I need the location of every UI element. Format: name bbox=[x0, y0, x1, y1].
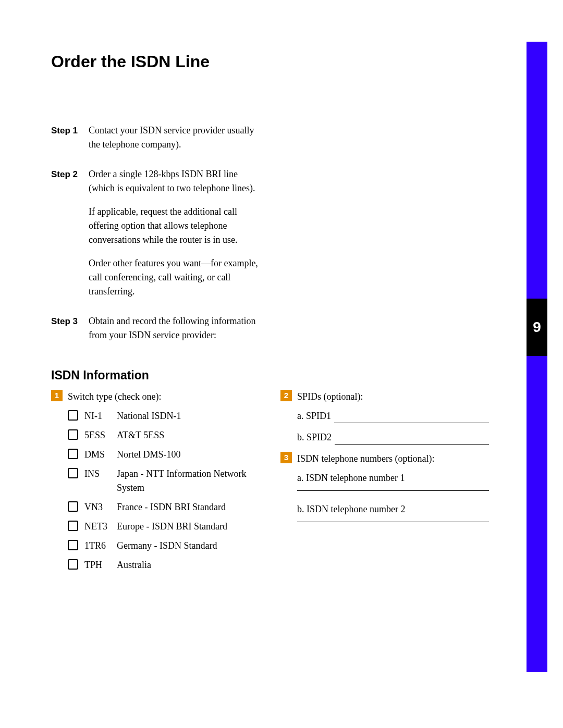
checkbox-icon[interactable] bbox=[68, 410, 78, 421]
badge-1: 1 bbox=[51, 390, 63, 401]
step-label: Step 2 bbox=[51, 167, 89, 308]
step-label: Step 1 bbox=[51, 124, 89, 161]
switch-type-block: 1 Switch type (check one): NI-1 National… bbox=[51, 390, 260, 577]
badge-3: 3 bbox=[280, 452, 292, 463]
step-label: Step 3 bbox=[51, 314, 89, 352]
isdn-info-columns: 1 Switch type (check one): NI-1 National… bbox=[51, 390, 505, 577]
step-text: Order other features you want—for exampl… bbox=[89, 256, 265, 299]
fill-rule[interactable] bbox=[334, 413, 489, 423]
switch-lead: Switch type (check one): bbox=[68, 390, 260, 404]
step-text: Order a single 128-kbps ISDN BRI line (w… bbox=[89, 167, 265, 195]
switch-option: TPH Australia bbox=[68, 558, 260, 572]
opt-code: DMS bbox=[84, 448, 117, 462]
switch-option: DMS Nortel DMS-100 bbox=[68, 448, 260, 462]
step-text: Obtain and record the following informat… bbox=[89, 314, 265, 342]
opt-code: VN3 bbox=[84, 500, 117, 514]
step-text: Contact your ISDN service provider usual… bbox=[89, 124, 265, 152]
spid2-label: b. SPID2 bbox=[297, 430, 332, 445]
opt-desc: Europe - ISDN BRI Standard bbox=[117, 520, 260, 534]
steps-list: Step 1 Contact your ISDN service provide… bbox=[51, 124, 265, 352]
opt-code: NET3 bbox=[84, 520, 117, 534]
opt-code: NI-1 bbox=[84, 409, 117, 423]
spid1-label: a. SPID1 bbox=[297, 409, 331, 423]
opt-code: 5ESS bbox=[84, 428, 117, 442]
fill-rule[interactable] bbox=[297, 521, 489, 522]
switch-option: NI-1 National ISDN-1 bbox=[68, 409, 260, 423]
tel-lead: ISDN telephone numbers (optional): bbox=[297, 452, 489, 466]
opt-desc: AT&T 5ESS bbox=[117, 428, 260, 442]
step-row: Step 1 Contact your ISDN service provide… bbox=[51, 124, 265, 161]
switch-option: VN3 France - ISDN BRI Standard bbox=[68, 500, 260, 514]
opt-code: TPH bbox=[84, 558, 117, 572]
step-body: Obtain and record the following informat… bbox=[89, 314, 265, 352]
opt-desc: National ISDN-1 bbox=[117, 409, 260, 423]
fill-rule[interactable] bbox=[297, 489, 489, 491]
section-heading: ISDN Information bbox=[51, 368, 505, 382]
switch-option: INS Japan - NTT Information Network Syst… bbox=[68, 467, 260, 495]
checkbox-icon[interactable] bbox=[68, 429, 78, 440]
side-tab-blue bbox=[527, 42, 547, 672]
opt-desc: Japan - NTT Information Network System bbox=[117, 467, 260, 495]
switch-option: NET3 Europe - ISDN BRI Standard bbox=[68, 520, 260, 534]
switch-option: 1TR6 Germany - ISDN Standard bbox=[68, 539, 260, 553]
step-body: Order a single 128-kbps ISDN BRI line (w… bbox=[89, 167, 265, 308]
tel2-label: b. ISDN telephone number 2 bbox=[297, 502, 489, 516]
spid2-line: b. SPID2 bbox=[297, 430, 489, 445]
step-row: Step 3 Obtain and record the following i… bbox=[51, 314, 265, 352]
step-body: Contact your ISDN service provider usual… bbox=[89, 124, 265, 161]
badge-2: 2 bbox=[280, 390, 292, 401]
page-number-tab: 9 bbox=[527, 299, 547, 356]
checkbox-icon[interactable] bbox=[68, 540, 78, 550]
step-text: If applicable, request the additional ca… bbox=[89, 205, 265, 247]
checkbox-icon[interactable] bbox=[68, 521, 78, 531]
opt-desc: Australia bbox=[117, 558, 260, 572]
page-content: Order the ISDN Line Step 1 Contact your … bbox=[51, 52, 505, 577]
fill-rule[interactable] bbox=[335, 435, 489, 445]
switch-option: 5ESS AT&T 5ESS bbox=[68, 428, 260, 442]
opt-code: INS bbox=[84, 467, 117, 481]
opt-desc: France - ISDN BRI Standard bbox=[117, 500, 260, 514]
spid1-line: a. SPID1 bbox=[297, 409, 489, 423]
spids-tel-block: 2 SPIDs (optional): a. SPID1 b. SPID2 3 … bbox=[280, 390, 489, 577]
step-row: Step 2 Order a single 128-kbps ISDN BRI … bbox=[51, 167, 265, 308]
opt-code: 1TR6 bbox=[84, 539, 117, 553]
opt-desc: Nortel DMS-100 bbox=[117, 448, 260, 462]
opt-desc: Germany - ISDN Standard bbox=[117, 539, 260, 553]
checkbox-icon[interactable] bbox=[68, 559, 78, 570]
checkbox-icon[interactable] bbox=[68, 449, 78, 459]
tel1-label: a. ISDN telephone number 1 bbox=[297, 471, 489, 485]
page-title: Order the ISDN Line bbox=[51, 52, 505, 71]
spids-lead: SPIDs (optional): bbox=[297, 390, 489, 404]
checkbox-icon[interactable] bbox=[68, 468, 78, 478]
checkbox-icon[interactable] bbox=[68, 501, 78, 512]
